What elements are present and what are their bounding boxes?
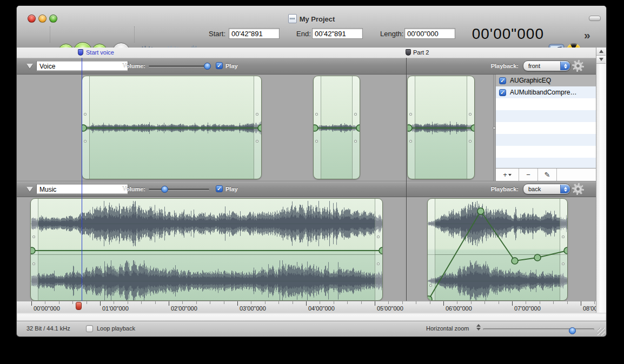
audio-clip[interactable] [313, 76, 360, 179]
audio-clip[interactable] [82, 76, 262, 179]
track-name-field[interactable] [36, 184, 128, 194]
ruler-minor-tick [182, 301, 183, 304]
end-field[interactable] [312, 28, 363, 39]
volume-envelope[interactable] [314, 76, 360, 179]
start-field[interactable] [229, 28, 280, 39]
playback-popup[interactable]: back [523, 184, 570, 194]
toolbar-toggle-pill[interactable] [589, 16, 601, 21]
volume-node-handle[interactable] [512, 258, 518, 264]
playback-popup[interactable]: front [523, 60, 570, 71]
audio-format-label: 32 Bit / 44.1 kHz [26, 325, 70, 332]
effects-buttons-bar: +−✎ [496, 168, 596, 181]
volume-label: Volume: [117, 63, 145, 69]
volume-node-handle[interactable] [407, 125, 412, 131]
effects-drawer-divider[interactable] [493, 75, 495, 181]
ruler-minor-tick [484, 301, 485, 304]
volume-slider-knob[interactable] [161, 186, 168, 193]
volume-node-handle[interactable] [564, 247, 568, 254]
ruler-major-tick [443, 301, 444, 306]
toolbar-overflow-button[interactable]: » [584, 29, 590, 42]
volume-node-handle[interactable] [356, 125, 360, 131]
scroll-up-button[interactable] [596, 48, 606, 56]
ruler-major-tick [169, 301, 169, 306]
volume-envelope[interactable] [408, 76, 475, 179]
volume-node-handle[interactable] [313, 125, 318, 131]
volume-slider-track[interactable] [149, 188, 209, 190]
effect-row[interactable] [496, 110, 596, 122]
ruler-minor-tick [540, 301, 540, 304]
track-area-music[interactable] [17, 197, 606, 302]
effect-enabled-checkbox[interactable]: ✓ [499, 77, 506, 84]
audio-clip[interactable] [30, 198, 383, 301]
popup-stepper-icon [560, 185, 570, 193]
resize-grip[interactable] [598, 328, 605, 335]
popup-up-arrow-icon [564, 64, 567, 66]
length-field-label: Length: [380, 30, 403, 38]
volume-envelope[interactable] [428, 199, 568, 301]
popup-stepper-icon [560, 62, 570, 70]
ruler-minor-tick [567, 301, 568, 304]
zoom-slider-knob[interactable] [569, 327, 576, 334]
effect-row[interactable] [496, 98, 596, 110]
marker-pin-icon[interactable] [406, 49, 411, 56]
marker-pin-icon[interactable] [78, 49, 83, 56]
effect-row[interactable] [496, 146, 596, 158]
effect-row[interactable]: ✓AUMultibandCompre… [496, 86, 596, 98]
marker-line [406, 58, 407, 301]
marker-label[interactable]: Part 2 [413, 49, 429, 56]
ruler-time-label: 07'00"000 [514, 305, 541, 312]
playhead-pin[interactable] [76, 302, 82, 310]
remove-effect-button[interactable]: − [519, 168, 538, 181]
volume-node-handle[interactable] [30, 247, 35, 254]
vertical-scrollbar[interactable] [596, 48, 606, 313]
effect-row[interactable]: ✓AUGraphicEQ [496, 75, 596, 86]
ruler-minor-tick [87, 301, 87, 304]
track-name-field[interactable] [36, 61, 128, 71]
end-field-label: End: [296, 30, 311, 38]
playback-popup-value: front [523, 63, 560, 69]
volume-node-handle[interactable] [427, 296, 432, 301]
volume-node-handle[interactable] [379, 247, 383, 254]
zoom-slider-track[interactable] [483, 328, 594, 331]
play-label: Play [225, 63, 238, 69]
play-checkbox[interactable]: ✓ [216, 185, 223, 192]
edit-effect-button[interactable]: ✎ [538, 168, 557, 181]
volume-node-handle[interactable] [258, 125, 262, 131]
popup-up-arrow-icon [564, 187, 567, 189]
zoom-stepper[interactable] [476, 324, 481, 331]
volume-slider-knob[interactable] [204, 63, 211, 70]
volume-node-handle[interactable] [477, 208, 484, 214]
audio-clip[interactable] [407, 76, 475, 179]
playback-label: Playback: [482, 63, 519, 69]
volume-slider-track[interactable] [149, 65, 209, 67]
track-area-voice[interactable]: ✓AUGraphicEQ✓AUMultibandCompre…+−✎ [17, 75, 606, 181]
ruler-minor-tick [224, 301, 224, 304]
disclosure-triangle-icon[interactable] [26, 64, 33, 69]
gear-icon[interactable] [574, 62, 582, 70]
marker-label[interactable]: Start voice [86, 49, 114, 56]
playhead-line [82, 58, 82, 301]
volume-node-handle[interactable] [471, 125, 475, 131]
volume-envelope[interactable] [31, 199, 383, 301]
audio-clip[interactable] [427, 198, 568, 301]
disclosure-triangle-icon[interactable] [26, 187, 33, 192]
ruler-minor-tick [457, 301, 457, 304]
marker-strip[interactable]: Start voicePart 2 [17, 48, 606, 58]
effect-row[interactable] [496, 134, 596, 146]
volume-envelope[interactable] [82, 76, 262, 179]
volume-node-handle[interactable] [534, 254, 541, 261]
popup-down-arrow-icon [564, 66, 567, 69]
timeline-ruler[interactable]: 00'00"00001'00"00002'00"00003'00"00004'0… [17, 301, 606, 313]
scroll-down-button[interactable] [596, 56, 606, 64]
add-effect-button[interactable]: + [496, 168, 519, 181]
loop-playback-checkbox[interactable] [86, 325, 93, 332]
ruler-minor-tick [553, 301, 554, 304]
status-bar: 32 Bit / 44.1 kHz Loop playback Horizont… [17, 321, 606, 336]
effect-enabled-checkbox[interactable]: ✓ [499, 89, 506, 96]
toolbar: Start: End: Length: 00'00"000 » [17, 22, 606, 47]
gear-icon[interactable] [574, 185, 582, 193]
play-checkbox[interactable]: ✓ [216, 62, 223, 69]
effect-row[interactable] [496, 122, 596, 134]
ruler-time-label: 00'00"000 [34, 305, 60, 312]
volume-node-handle[interactable] [82, 125, 87, 131]
